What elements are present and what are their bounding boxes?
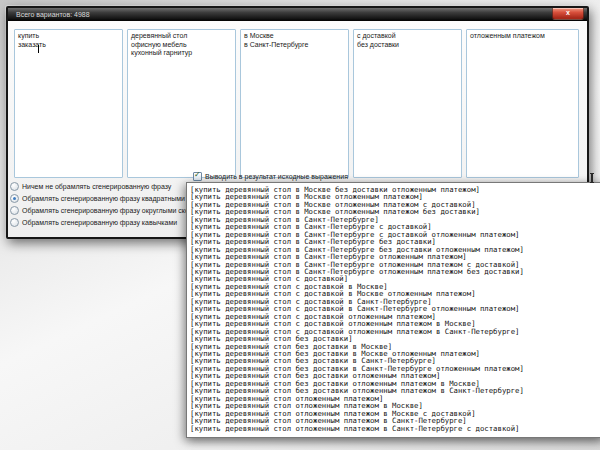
radio-label: Обрамлять сгенерированную фразу кавычкам… (22, 219, 177, 226)
radio-icon[interactable] (10, 182, 19, 191)
radio-no-framing[interactable]: Ничем не обрамлять сгенерированную фразу (10, 182, 171, 191)
include-source-checkbox-row[interactable]: ✓ Выводить в результат исходные выражени… (193, 172, 348, 181)
phrase-column-4-textarea[interactable]: с доставкой без доставки (353, 29, 462, 178)
title-bar[interactable]: Всего вариантов: 4988 x (8, 8, 587, 21)
text-cursor-pointer (591, 173, 593, 183)
radio-icon[interactable] (10, 218, 19, 227)
radio-label: Ничем не обрамлять сгенерированную фразу (22, 183, 171, 190)
results-list-window[interactable]: [купить деревянный стол в Москве без дос… (186, 182, 600, 438)
close-button[interactable]: x (552, 8, 584, 20)
text-caret (38, 45, 39, 53)
phrase-column-1-textarea[interactable]: купить заказать (14, 29, 123, 178)
phrase-column-3-textarea[interactable]: в Москве в Санкт-Петербурге (240, 29, 349, 178)
radio-round-brackets[interactable]: Обрамлять сгенерированную фразу округлым… (10, 206, 209, 215)
phrase-column-2-textarea[interactable]: деревянный стол офисную мебель кухонный … (127, 29, 236, 178)
checkbox-checked-icon[interactable]: ✓ (193, 172, 202, 181)
result-line: [купить деревянный стол отложенным плате… (190, 425, 600, 432)
phrase-column-5-textarea[interactable]: отложенным платежом (466, 29, 579, 178)
radio-label: Обрамлять сгенерированную фразу округлым… (22, 207, 209, 214)
radio-quotes[interactable]: Обрамлять сгенерированную фразу кавычкам… (10, 218, 177, 227)
checkbox-label: Выводить в результат исходные выражения (205, 173, 348, 180)
radio-icon[interactable] (10, 206, 19, 215)
radio-dot (13, 197, 16, 200)
window-title: Всего вариантов: 4988 (16, 8, 90, 21)
check-mark-icon: ✓ (194, 171, 201, 179)
radio-icon-selected[interactable] (10, 194, 19, 203)
